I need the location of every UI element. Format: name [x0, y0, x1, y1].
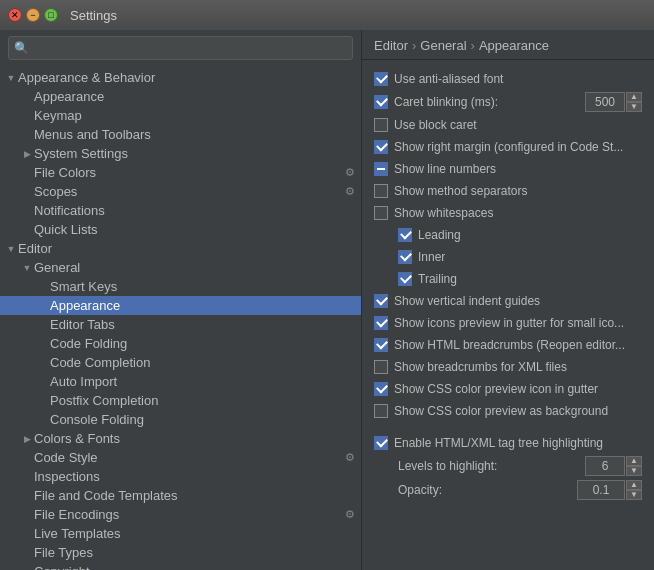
- tree-item-quick-lists[interactable]: Quick Lists: [0, 220, 361, 239]
- checkbox-css-color-bg[interactable]: [374, 404, 388, 418]
- tree-item-scopes[interactable]: Scopes ⚙: [0, 182, 361, 201]
- tree-section-appearance-behavior[interactable]: ▼ Appearance & Behavior: [0, 68, 361, 87]
- tree-item-console-folding[interactable]: Console Folding: [0, 410, 361, 429]
- checkbox-indent-guides[interactable]: [374, 294, 388, 308]
- badge-icon: ⚙: [345, 185, 355, 198]
- label-icons-preview: Show icons preview in gutter for small i…: [394, 316, 642, 330]
- tree-item-live-templates[interactable]: Live Templates: [0, 524, 361, 543]
- checkbox-icons-preview[interactable]: [374, 316, 388, 330]
- checkbox-css-color-icon[interactable]: [374, 382, 388, 396]
- spin-up-opacity[interactable]: ▲: [626, 480, 642, 490]
- badge-icon: ⚙: [345, 451, 355, 464]
- tree-item-appearance-selected[interactable]: Appearance: [0, 296, 361, 315]
- option-levels-highlight: Levels to highlight: ▲ ▼: [374, 454, 642, 478]
- label-indent-guides: Show vertical indent guides: [394, 294, 642, 308]
- label-html-breadcrumbs: Show HTML breadcrumbs (Reopen editor...: [394, 338, 642, 352]
- spinbox-opacity: ▲ ▼: [577, 480, 642, 500]
- checkbox-block-caret[interactable]: [374, 118, 388, 132]
- spin-down-levels[interactable]: ▼: [626, 466, 642, 476]
- item-label: Live Templates: [34, 526, 361, 541]
- tree-item-file-code-templates[interactable]: File and Code Templates: [0, 486, 361, 505]
- label-css-color-icon: Show CSS color preview icon in gutter: [394, 382, 642, 396]
- checkbox-xml-breadcrumbs[interactable]: [374, 360, 388, 374]
- label-method-separators: Show method separators: [394, 184, 642, 198]
- checkbox-anti-aliased[interactable]: [374, 72, 388, 86]
- tree-item-code-folding[interactable]: Code Folding: [0, 334, 361, 353]
- spin-buttons-levels: ▲ ▼: [626, 456, 642, 476]
- checkbox-trailing[interactable]: [398, 272, 412, 286]
- checkbox-method-separators[interactable]: [374, 184, 388, 198]
- item-label: Quick Lists: [34, 222, 361, 237]
- checkbox-html-breadcrumbs[interactable]: [374, 338, 388, 352]
- tree-section-editor[interactable]: ▼ Editor: [0, 239, 361, 258]
- tree-item-menus-toolbars[interactable]: Menus and Toolbars: [0, 125, 361, 144]
- option-css-color-bg: Show CSS color preview as background: [374, 400, 642, 422]
- tree-item-keymap[interactable]: Keymap: [0, 106, 361, 125]
- checkbox-html-tag-tree[interactable]: [374, 436, 388, 450]
- breadcrumb: Editor › General › Appearance: [374, 38, 642, 53]
- item-label: Editor Tabs: [50, 317, 361, 332]
- spin-down-opacity[interactable]: ▼: [626, 490, 642, 500]
- option-css-color-icon: Show CSS color preview icon in gutter: [374, 378, 642, 400]
- main-container: 🔍 ▼ Appearance & Behavior Appearance Key…: [0, 30, 654, 570]
- spinbox-opacity-input[interactable]: [577, 480, 625, 500]
- tree-item-system-settings[interactable]: ▶ System Settings: [0, 144, 361, 163]
- window-title: Settings: [70, 8, 117, 23]
- spinbox-caret-input[interactable]: [585, 92, 625, 112]
- tree-item-general[interactable]: ▼ General: [0, 258, 361, 277]
- tree-item-code-style[interactable]: Code Style ⚙: [0, 448, 361, 467]
- tree-item-postfix-completion[interactable]: Postfix Completion: [0, 391, 361, 410]
- tree-item-colors-fonts[interactable]: ▶ Colors & Fonts: [0, 429, 361, 448]
- spin-down[interactable]: ▼: [626, 102, 642, 112]
- section-label: Appearance & Behavior: [18, 70, 361, 85]
- checkbox-leading[interactable]: [398, 228, 412, 242]
- item-label: Copyright: [34, 564, 361, 570]
- checkbox-caret-blinking[interactable]: [374, 95, 388, 109]
- maximize-button[interactable]: □: [44, 8, 58, 22]
- option-line-numbers: Show line numbers: [374, 158, 642, 180]
- item-label: Postfix Completion: [50, 393, 361, 408]
- tree-item-file-colors[interactable]: File Colors ⚙: [0, 163, 361, 182]
- spin-buttons-opacity: ▲ ▼: [626, 480, 642, 500]
- right-content: Use anti-aliased font Caret blinking (ms…: [362, 60, 654, 570]
- option-indent-guides: Show vertical indent guides: [374, 290, 642, 312]
- label-leading: Leading: [418, 228, 642, 242]
- minimize-button[interactable]: −: [26, 8, 40, 22]
- item-label: System Settings: [34, 146, 361, 161]
- right-header: Editor › General › Appearance: [362, 30, 654, 60]
- close-button[interactable]: ✕: [8, 8, 22, 22]
- item-label: File Encodings: [34, 507, 345, 522]
- tree-item-smart-keys[interactable]: Smart Keys: [0, 277, 361, 296]
- checkbox-inner[interactable]: [398, 250, 412, 264]
- spin-up[interactable]: ▲: [626, 92, 642, 102]
- search-input[interactable]: [8, 36, 353, 60]
- left-panel: 🔍 ▼ Appearance & Behavior Appearance Key…: [0, 30, 362, 570]
- badge-icon: ⚙: [345, 166, 355, 179]
- tree-item-copyright[interactable]: Copyright: [0, 562, 361, 570]
- checkbox-whitespaces[interactable]: [374, 206, 388, 220]
- item-label: Auto Import: [50, 374, 361, 389]
- tree-item-notifications[interactable]: Notifications: [0, 201, 361, 220]
- expand-arrow: ▼: [4, 244, 18, 254]
- checkbox-right-margin[interactable]: [374, 140, 388, 154]
- spin-up-levels[interactable]: ▲: [626, 456, 642, 466]
- tree-item-appearance[interactable]: Appearance: [0, 87, 361, 106]
- option-opacity: Opacity: ▲ ▼: [374, 478, 642, 502]
- tree-item-inspections[interactable]: Inspections: [0, 467, 361, 486]
- spinbox-levels-input[interactable]: [585, 456, 625, 476]
- tree-item-file-encodings[interactable]: File Encodings ⚙: [0, 505, 361, 524]
- search-icon: 🔍: [14, 41, 29, 55]
- item-label: File Types: [34, 545, 361, 560]
- item-label: Inspections: [34, 469, 361, 484]
- checkbox-line-numbers[interactable]: [374, 162, 388, 176]
- item-label: Scopes: [34, 184, 345, 199]
- settings-tree: ▼ Appearance & Behavior Appearance Keyma…: [0, 66, 361, 570]
- label-line-numbers: Show line numbers: [394, 162, 642, 176]
- tree-item-auto-import[interactable]: Auto Import: [0, 372, 361, 391]
- tree-item-file-types[interactable]: File Types: [0, 543, 361, 562]
- tree-item-code-completion[interactable]: Code Completion: [0, 353, 361, 372]
- item-label: Smart Keys: [50, 279, 361, 294]
- item-label: Code Folding: [50, 336, 361, 351]
- tree-item-editor-tabs[interactable]: Editor Tabs: [0, 315, 361, 334]
- breadcrumb-sep-1: ›: [412, 38, 416, 53]
